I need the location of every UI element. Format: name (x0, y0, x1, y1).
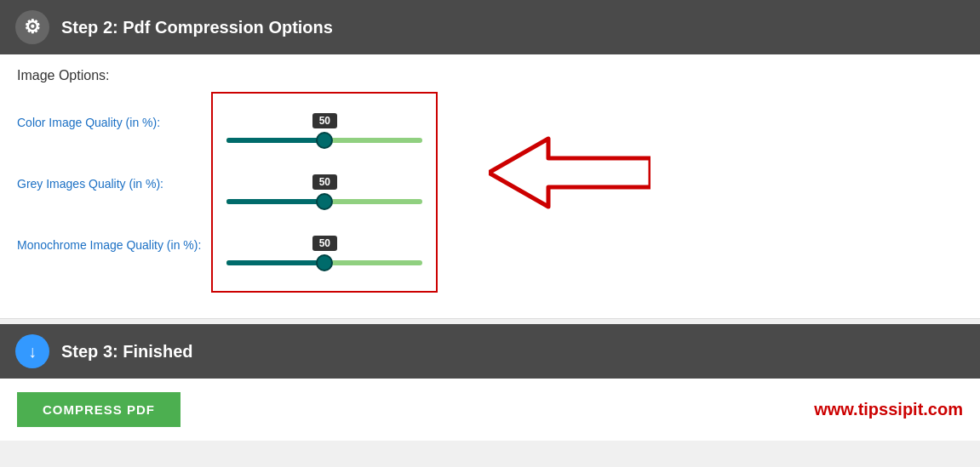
footer-area: COMPRESS PDF www.tipssipit.com (0, 379, 980, 441)
color-slider-label: Color Image Quality (in %): (17, 116, 160, 129)
mono-slider-label: Monochrome Image Quality (in %): (17, 238, 201, 252)
image-options-section: Image Options: Color Image Quality (in %… (17, 68, 963, 293)
mono-label-cell: Monochrome Image Quality (in %): (17, 214, 211, 276)
color-track-fill (226, 138, 324, 143)
mono-track-wrap[interactable] (226, 254, 422, 271)
mono-thumb[interactable] (316, 254, 333, 271)
left-arrow-icon (489, 134, 650, 211)
watermark-text: www.tipssipit.com (814, 400, 963, 419)
image-options-heading: Image Options: (17, 68, 963, 83)
image-options-body: Color Image Quality (in %): Grey Images … (17, 92, 963, 293)
slider-panel-bordered: 50 50 (211, 92, 438, 293)
grey-bubble: 50 (312, 174, 337, 190)
left-arrow-container (438, 92, 650, 211)
grey-track-wrap[interactable] (226, 193, 422, 210)
grey-slider-group: 50 (226, 162, 422, 223)
step3-header-text: Step 3: Finished (61, 342, 192, 362)
mono-slider-group: 50 (226, 223, 422, 284)
color-label-cell: Color Image Quality (in %): (17, 92, 211, 153)
step2-header-text: Step 2: Pdf Compression Options (61, 18, 333, 37)
download-icon: ↓ (15, 334, 49, 368)
grey-slider-label: Grey Images Quality (in %): (17, 177, 163, 191)
gear-icon: ⚙ (15, 10, 49, 44)
step2-content: Image Options: Color Image Quality (in %… (0, 54, 980, 319)
color-slider-group: 50 (226, 100, 422, 162)
color-bubble: 50 (312, 113, 337, 128)
mono-bubble: 50 (312, 236, 337, 251)
color-track-wrap[interactable] (226, 132, 422, 149)
mono-track-fill (226, 260, 324, 265)
step3-header: ↓ Step 3: Finished (0, 324, 980, 379)
grey-label-cell: Grey Images Quality (in %): (17, 153, 211, 214)
step2-header: ⚙ Step 2: Pdf Compression Options (0, 0, 980, 54)
grey-track-fill (226, 199, 324, 204)
slider-labels-col: Color Image Quality (in %): Grey Images … (17, 92, 211, 276)
compress-pdf-button[interactable]: COMPRESS PDF (17, 392, 181, 427)
svg-marker-0 (489, 139, 650, 207)
grey-thumb[interactable] (316, 193, 333, 210)
color-thumb[interactable] (316, 132, 333, 149)
